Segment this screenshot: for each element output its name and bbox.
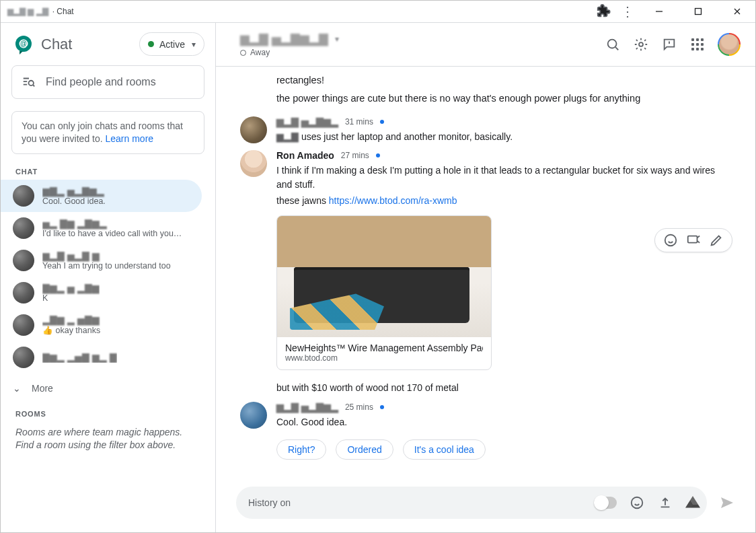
forward-icon[interactable]	[686, 233, 701, 248]
chat-list-item[interactable]: ▆▂▇ ▅▂▇ ▆ Yeah I am trying to understand…	[1, 244, 215, 277]
message-author: Ron Amadeo	[276, 150, 334, 161]
gear-icon[interactable]	[633, 36, 649, 52]
account-avatar[interactable]	[718, 33, 741, 56]
svg-point-9	[632, 497, 643, 509]
message-time: 27 mins	[341, 151, 369, 160]
message-time: 31 mins	[345, 117, 373, 127]
message-text: rectangles!	[276, 73, 732, 87]
emoji-icon[interactable]	[629, 495, 645, 511]
svg-rect-8	[688, 236, 697, 243]
chat-item-preview: 👍 okay thanks	[42, 325, 100, 335]
status-label: Active	[159, 39, 185, 50]
section-label-chat: CHAT	[1, 161, 215, 180]
svg-point-6	[639, 42, 643, 46]
chat-item-preview: Yeah I am trying to understand too	[42, 261, 171, 271]
upload-icon[interactable]	[657, 495, 673, 511]
chat-item-name-blurred: ▆▂▇ ▅▂▇ ▆	[42, 250, 171, 261]
window-titlebar: ▆▂▇ ▆ ▂▇ · Chat ⋮	[1, 1, 755, 23]
message-row: Ron Amadeo 27 mins I think if I'm making…	[240, 150, 732, 394]
composer-placeholder: History on	[248, 497, 291, 508]
send-icon[interactable]	[719, 495, 735, 511]
app-title: Chat	[41, 36, 72, 53]
message-author-blurred: ▆▂▇ ▅▂▇▆▂	[276, 116, 338, 127]
chat-list-item[interactable]: ▆▇▂ ▅▂▇▆▂ Cool. Good idea.	[1, 180, 202, 212]
conversation-header: ▆▂▇ ▅▂▇▆▂▇ ▾ Away	[216, 23, 755, 67]
presence-text: Away	[250, 48, 270, 57]
rooms-info: Rooms are where team magic happens. Find…	[1, 422, 215, 458]
message-text: ▆▂▇ uses just her laptop and another mon…	[276, 130, 732, 143]
chevron-down-icon[interactable]: ▾	[335, 34, 339, 44]
chat-list-item[interactable]: ▂▇▆ ▂ ▅▇▆ 👍 okay thanks	[1, 309, 215, 341]
status-dot-icon	[148, 41, 154, 47]
chat-item-preview: I'd like to have a video call with you o…	[42, 229, 184, 238]
chat-list-item[interactable]: ▅▂ ▇▆ ▂▇▆▂ I'd like to have a video call…	[1, 212, 215, 244]
avatar	[240, 150, 267, 177]
smart-reply-chip[interactable]: Ordered	[336, 439, 393, 460]
kebab-icon[interactable]: ⋮	[619, 3, 636, 20]
away-ring-icon	[240, 50, 246, 56]
feedback-icon[interactable]	[661, 36, 677, 52]
message-time: 25 mins	[345, 402, 373, 412]
message-text: but with $10 worth of wood not 170 of me…	[276, 381, 732, 394]
link-preview-title: NewHeights™ Wire Management Assembly Pac…	[285, 343, 483, 353]
avatar	[13, 185, 34, 207]
google-drive-icon[interactable]	[685, 496, 700, 509]
chat-list-item[interactable]: ▇▆▂ ▅ ▂▇▆ K	[1, 277, 215, 309]
message-text: these jawns https://www.btod.com/ra-xwmb	[276, 194, 732, 207]
chat-list-item[interactable]: ▇▆▂ ▂▅▇ ▆▂ ▇	[1, 341, 215, 374]
search-input[interactable]: Find people and rooms	[11, 65, 204, 99]
conversation-scroll[interactable]: rectangles! the power things are cute bu…	[216, 67, 755, 483]
avatar	[13, 282, 34, 304]
chat-item-preview: K	[42, 293, 100, 303]
history-toggle[interactable]: 🕑	[594, 497, 617, 509]
smart-reply-chip[interactable]: It's a cool idea	[403, 439, 486, 460]
avatar	[240, 116, 267, 143]
emoji-reaction-icon[interactable]	[663, 233, 678, 248]
avatar	[13, 217, 34, 239]
chevron-down-icon: ⌄	[13, 383, 21, 394]
clock-icon: 🕑	[596, 497, 605, 506]
message-text: the power things are cute but there is n…	[276, 92, 732, 106]
message-composer[interactable]: History on 🕑	[236, 487, 707, 519]
smart-reply-chip[interactable]: Right?	[276, 439, 326, 460]
search-icon[interactable]	[605, 36, 621, 52]
search-placeholder: Find people and rooms	[46, 76, 156, 88]
name-blurred: ▆▂▇	[276, 131, 299, 142]
avatar	[240, 402, 267, 429]
presence-status[interactable]: Active ▾	[139, 32, 204, 56]
minimize-button[interactable]	[644, 1, 675, 23]
extension-icon[interactable]	[595, 3, 611, 20]
unread-dot-icon	[380, 405, 384, 409]
sidebar: @ Chat Active ▾ Find	[1, 23, 216, 532]
close-button[interactable]	[722, 1, 753, 23]
invite-notice: You can only join chats and rooms that y…	[11, 111, 204, 154]
main-pane: ▆▂▇ ▅▂▇▆▂▇ ▾ Away	[216, 23, 755, 532]
more-button[interactable]: ⌄ More	[1, 374, 215, 403]
title-suffix: · Chat	[52, 7, 74, 16]
unread-dot-icon	[376, 153, 380, 157]
message-author-blurred: ▆▂▇ ▅▂▇▆▂	[276, 402, 338, 413]
edit-icon[interactable]	[709, 233, 724, 248]
link-preview-image	[277, 216, 491, 337]
unread-dot-icon	[380, 120, 384, 124]
svg-rect-0	[695, 9, 702, 15]
maximize-button[interactable]	[683, 1, 714, 23]
link-preview-card[interactable]: NewHeights™ Wire Management Assembly Pac…	[276, 215, 492, 370]
svg-point-4	[29, 81, 34, 85]
chat-item-name-blurred: ▇▆▂ ▅ ▂▇▆	[42, 283, 100, 293]
learn-more-link[interactable]: Learn more	[106, 133, 154, 144]
apps-grid-icon[interactable]	[689, 36, 706, 52]
conversation-name-blurred: ▆▂▇ ▅▂▇▆▂▇	[240, 32, 328, 46]
search-list-icon	[22, 75, 36, 90]
smart-reply-row: Right? Ordered It's a cool idea	[240, 431, 732, 465]
message-row: ▆▂▇ ▅▂▇▆▂ 31 mins ▆▂▇ uses just her lapt…	[240, 116, 732, 143]
message-text: I think if I'm making a desk I'm putting…	[276, 164, 732, 191]
message-link[interactable]: https://www.btod.com/ra-xwmb	[329, 195, 457, 206]
chat-list: ▆▇▂ ▅▂▇▆▂ Cool. Good idea. ▅▂ ▇▆ ▂▇▆▂ I'…	[1, 180, 215, 374]
chevron-down-icon: ▾	[192, 40, 196, 49]
title-name-blurred: ▆▂▇ ▆ ▂▇	[7, 7, 48, 16]
chat-item-name-blurred: ▂▇▆ ▂ ▅▇▆	[42, 314, 100, 325]
svg-point-7	[665, 235, 677, 246]
section-label-rooms: ROOMS	[1, 403, 215, 422]
link-preview-domain: www.btod.com	[285, 353, 483, 363]
